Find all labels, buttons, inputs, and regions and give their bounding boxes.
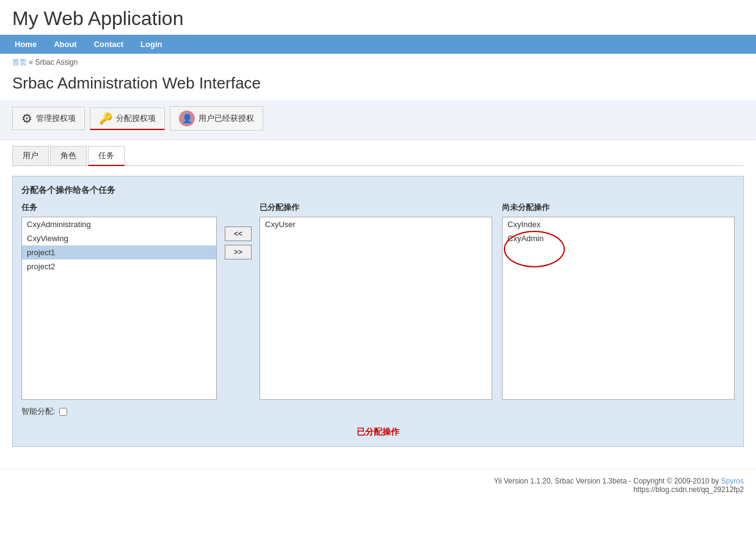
task-item[interactable]: project2 xyxy=(22,259,216,274)
nav-item-home[interactable]: Home xyxy=(6,35,45,54)
tasks-list[interactable]: CxyAdministratingCxyViewingproject1proje… xyxy=(21,217,217,400)
breadcrumb: 首页 » Srbac Assign xyxy=(0,54,756,71)
nav-list: HomeAboutContactLogin xyxy=(0,35,756,54)
move-left-button[interactable]: << xyxy=(225,226,252,241)
nav-item-login[interactable]: Login xyxy=(132,35,170,54)
tabs: 用户 角色 任务 xyxy=(12,146,744,166)
tabs-container: 用户 角色 任务 xyxy=(0,140,756,166)
breadcrumb-home[interactable]: 首页 xyxy=(12,58,27,67)
toolbar: ⚙ 管理授权项 🔑 分配授权项 👤 用户已经获授权 xyxy=(0,100,756,140)
assignment-panel: 分配各个操作给各个任务 任务 CxyAdministratingCxyViewi… xyxy=(12,176,744,447)
assigned-label: 已分配操作 xyxy=(260,202,492,213)
assigned-footer-label: 已分配操作 xyxy=(21,427,735,438)
person-icon: 👤 xyxy=(179,110,195,126)
tab-user[interactable]: 用户 xyxy=(12,146,49,165)
move-right-button[interactable]: >> xyxy=(225,245,252,259)
user-auth-label: 用户已经获授权 xyxy=(198,113,254,124)
manage-auth-label: 管理授权项 xyxy=(36,113,76,124)
user-auth-button[interactable]: 👤 用户已经获授权 xyxy=(170,106,263,131)
smart-assign: 智能分配: xyxy=(21,406,735,417)
smart-assign-checkbox[interactable] xyxy=(59,408,67,416)
footer-url: https://blog.csdn.net/qq_29212fp2 xyxy=(633,485,744,494)
key-icon: 🔑 xyxy=(99,112,112,125)
unassigned-column: 尚未分配操作 CxyIndexCxyAdmin xyxy=(502,202,735,400)
footer-text: Yii Version 1.1.20, Srbac Version 1.3bet… xyxy=(494,477,721,485)
assigned-list[interactable]: CxyUser xyxy=(260,217,492,400)
tab-role[interactable]: 角色 xyxy=(50,146,87,165)
gear-icon: ⚙ xyxy=(21,111,32,126)
tasks-label: 任务 xyxy=(21,202,217,213)
page-title: Srbac Administration Web Interface xyxy=(0,71,756,100)
assign-auth-button[interactable]: 🔑 分配授权项 xyxy=(90,107,165,130)
unassigned-label: 尚未分配操作 xyxy=(502,202,735,213)
breadcrumb-current: Srbac Assign xyxy=(35,58,78,67)
tab-task[interactable]: 任务 xyxy=(88,146,125,166)
smart-assign-label: 智能分配: xyxy=(21,406,56,417)
manage-auth-button[interactable]: ⚙ 管理授权项 xyxy=(12,107,85,130)
breadcrumb-separator: » xyxy=(29,58,33,67)
tasks-column: 任务 CxyAdministratingCxyViewingproject1pr… xyxy=(21,202,217,400)
main-content: 分配各个操作给各个任务 任务 CxyAdministratingCxyViewi… xyxy=(0,166,756,457)
page-footer: Yii Version 1.1.20, Srbac Version 1.3bet… xyxy=(0,469,756,501)
unassigned-item[interactable]: CxyIndex xyxy=(503,217,734,231)
panel-title: 分配各个操作给各个任务 xyxy=(21,185,735,196)
nav-item-contact[interactable]: Contact xyxy=(85,35,132,54)
arrow-column: << >> xyxy=(217,226,260,259)
app-title: My Web Application xyxy=(12,7,744,30)
task-item[interactable]: CxyAdministrating xyxy=(22,217,216,231)
assigned-column: 已分配操作 CxyUser xyxy=(260,202,492,400)
assign-auth-label: 分配授权项 xyxy=(116,113,156,124)
footer-link[interactable]: Spyros xyxy=(721,477,744,485)
task-item[interactable]: project1 xyxy=(22,245,216,259)
nav-item-about[interactable]: About xyxy=(45,35,85,54)
task-item[interactable]: CxyViewing xyxy=(22,231,216,245)
navbar: HomeAboutContactLogin xyxy=(0,35,756,54)
unassigned-item[interactable]: CxyAdmin xyxy=(503,231,734,245)
unassigned-list[interactable]: CxyIndexCxyAdmin xyxy=(502,217,735,400)
columns-layout: 任务 CxyAdministratingCxyViewingproject1pr… xyxy=(21,202,735,400)
assigned-item[interactable]: CxyUser xyxy=(260,217,492,231)
